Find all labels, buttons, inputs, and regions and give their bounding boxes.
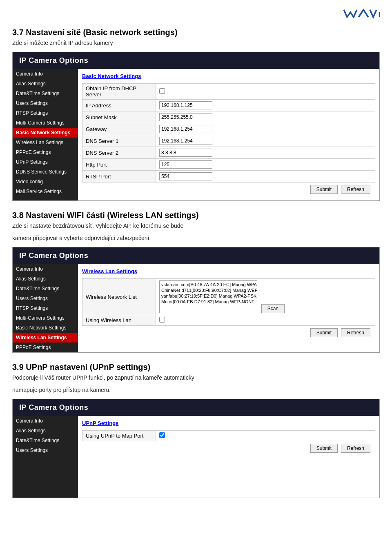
network-list-item[interactable]: ChinaNet-d711[00:23:F8:90:C7:02] Manag W… bbox=[160, 287, 256, 293]
section-38-heading: 3.8 Nastavení WIFI části (Wireless LAN s… bbox=[12, 211, 380, 220]
sidebar-item[interactable]: Camera Info bbox=[13, 264, 78, 274]
sidebar-item[interactable]: Multi-Camera Settings bbox=[13, 313, 78, 323]
section-39-sub2: namapuje porty pro přístup na kameru. bbox=[12, 387, 380, 393]
sidebar-item[interactable]: Basic Network Settings bbox=[13, 128, 78, 138]
field-checkbox[interactable] bbox=[159, 88, 165, 94]
panel2-header: IP Camera Options bbox=[13, 247, 379, 264]
sidebar-item[interactable]: Date&Time Settings bbox=[13, 436, 78, 445]
panel1-header: IP Camera Options bbox=[13, 52, 379, 69]
panel3-content: UPnP Settings Using UPnP to Map Port Sub… bbox=[78, 416, 379, 498]
table-row: Subnet Mask bbox=[82, 111, 375, 123]
sidebar-item[interactable]: Alias Settings bbox=[13, 274, 78, 284]
panel2-refresh-button[interactable]: Refresh bbox=[341, 328, 370, 337]
panel2: IP Camera Options Camera InfoAlias Setti… bbox=[12, 247, 380, 353]
sidebar-item[interactable]: Multi-Camera Settings bbox=[13, 118, 78, 128]
waverf-logo: F bbox=[343, 8, 380, 20]
panel3: IP Camera Options Camera InfoAlias Setti… bbox=[12, 399, 380, 498]
sidebar-item[interactable]: Camera Info bbox=[13, 416, 78, 426]
field-value bbox=[156, 84, 375, 100]
sidebar-item[interactable]: RTSP Settings bbox=[13, 303, 78, 313]
panel1-refresh-button[interactable]: Refresh bbox=[341, 185, 370, 194]
table-row: Obtain IP from DHCP Server bbox=[82, 84, 375, 100]
field-label: RTSP Port bbox=[82, 171, 156, 182]
using-wireless-cell bbox=[156, 315, 375, 326]
network-list-item[interactable]: Motor[00:0A:EB:D7:91:82] Manag WEP-NONE bbox=[160, 299, 256, 305]
section-38-sub1: Zde si nastavte bezdrátovou síť. Vyhlede… bbox=[12, 222, 380, 229]
section-39-sub1: Podporuje-li Váš router UPnP funkci, po … bbox=[12, 374, 380, 381]
sidebar-item[interactable]: DDNS Service Settings bbox=[13, 167, 78, 177]
sidebar-item[interactable]: PPPoE Settings bbox=[13, 147, 78, 157]
sidebar-item[interactable]: Alias Settings bbox=[13, 79, 78, 89]
sidebar-item[interactable]: UPnP Settings bbox=[13, 157, 78, 167]
panel1-submit-row: Submit Refresh bbox=[82, 182, 375, 196]
field-value bbox=[156, 147, 375, 159]
panel1-body: Camera InfoAlias SettingsDate&Time Setti… bbox=[13, 69, 379, 200]
network-list-box[interactable]: vstarcam.com[B0:48:7A:4A:20:EC] Manag WP… bbox=[159, 280, 257, 313]
field-input[interactable] bbox=[159, 125, 212, 133]
logo-container: F bbox=[12, 8, 380, 20]
field-label: Http Port bbox=[82, 159, 156, 171]
using-wireless-label: Using Wireless Lan bbox=[82, 315, 156, 326]
field-value bbox=[156, 123, 375, 135]
table-row: Using Wireless Lan bbox=[82, 315, 375, 326]
sidebar-item[interactable]: Video config bbox=[13, 177, 78, 187]
panel2-sidebar: Camera InfoAlias SettingsDate&Time Setti… bbox=[13, 264, 78, 352]
field-value bbox=[156, 171, 375, 182]
sidebar-item[interactable]: Camera Info bbox=[13, 69, 78, 79]
panel3-sidebar: Camera InfoAlias SettingsDate&Time Setti… bbox=[13, 416, 78, 498]
panel2-content: Wireless Lan Settings Wireless Network L… bbox=[78, 264, 379, 352]
field-value bbox=[156, 135, 375, 147]
field-label: IP Address bbox=[82, 100, 156, 111]
panel1-sidebar: Camera InfoAlias SettingsDate&Time Setti… bbox=[13, 69, 78, 200]
panel2-content-title: Wireless Lan Settings bbox=[82, 268, 375, 274]
sidebar-item[interactable]: Wireless Lan Settings bbox=[13, 138, 78, 147]
panel3-submit-button[interactable]: Submit bbox=[310, 444, 338, 453]
panel2-settings-table: Wireless Network List vstarcam.com[B0:48… bbox=[82, 278, 375, 326]
field-input[interactable] bbox=[159, 101, 212, 109]
sidebar-item[interactable]: Alias Settings bbox=[13, 426, 78, 436]
table-row: DNS Server 1 bbox=[82, 135, 375, 147]
panel1-content-title: Basic Network Settings bbox=[82, 73, 375, 79]
panel3-submit-row: Submit Refresh bbox=[82, 441, 375, 455]
network-list-item[interactable]: vstarcam.com[B0:48:7A:4A:20:EC] Manag WP… bbox=[160, 282, 256, 287]
sidebar-item[interactable]: Date&Time Settings bbox=[13, 284, 78, 294]
upnp-map-port-cell bbox=[156, 431, 375, 441]
sidebar-item[interactable]: Users Settings bbox=[13, 294, 78, 303]
field-label: DNS Server 2 bbox=[82, 147, 156, 159]
sidebar-item[interactable]: Mail Service Settings bbox=[13, 187, 78, 196]
sidebar-item[interactable]: Wireless Lan Settings bbox=[13, 333, 78, 343]
panel3-body: Camera InfoAlias SettingsDate&Time Setti… bbox=[13, 416, 379, 498]
table-row: Http Port bbox=[82, 159, 375, 171]
field-value bbox=[156, 159, 375, 171]
panel1-content: Basic Network Settings Obtain IP from DH… bbox=[78, 69, 379, 200]
field-label: Gateway bbox=[82, 123, 156, 135]
panel3-refresh-button[interactable]: Refresh bbox=[341, 444, 370, 453]
panel3-header: IP Camera Options bbox=[13, 399, 379, 416]
table-row: DNS Server 2 bbox=[82, 147, 375, 159]
using-wireless-checkbox[interactable] bbox=[159, 317, 165, 323]
network-list-item[interactable]: yanfabu[00:27:19:5F:E2:D0] Manag WPA2-PS… bbox=[160, 293, 256, 299]
panel1-submit-button[interactable]: Submit bbox=[310, 185, 338, 194]
panel2-submit-button[interactable]: Submit bbox=[310, 328, 338, 337]
field-label: Obtain IP from DHCP Server bbox=[82, 84, 156, 100]
table-row: Wireless Network List vstarcam.com[B0:48… bbox=[82, 279, 375, 315]
sidebar-item[interactable]: Users Settings bbox=[13, 445, 78, 455]
field-input[interactable] bbox=[159, 113, 212, 121]
upnp-map-port-checkbox[interactable] bbox=[159, 432, 165, 438]
panel3-settings-table: Using UPnP to Map Port bbox=[82, 430, 375, 441]
field-input[interactable] bbox=[159, 149, 212, 157]
sidebar-item[interactable]: Users Settings bbox=[13, 98, 78, 108]
table-row: Gateway bbox=[82, 123, 375, 135]
field-input[interactable] bbox=[159, 160, 212, 169]
sidebar-item[interactable]: PPPoE Settings bbox=[13, 343, 78, 352]
sidebar-item[interactable]: Basic Network Settings bbox=[13, 323, 78, 333]
scan-btn-container: Scan bbox=[261, 298, 286, 313]
scan-button[interactable]: Scan bbox=[261, 304, 285, 313]
panel3-content-title: UPnP Settings bbox=[82, 420, 375, 426]
sidebar-item[interactable]: RTSP Settings bbox=[13, 108, 78, 118]
sidebar-item[interactable]: Date&Time Settings bbox=[13, 89, 78, 98]
field-input[interactable] bbox=[159, 137, 212, 145]
section-37-sub: Zde si můžete změnit IP adresu kamery bbox=[12, 40, 380, 46]
field-input[interactable] bbox=[159, 172, 212, 180]
wireless-network-list-cell: vstarcam.com[B0:48:7A:4A:20:EC] Manag WP… bbox=[156, 279, 375, 315]
